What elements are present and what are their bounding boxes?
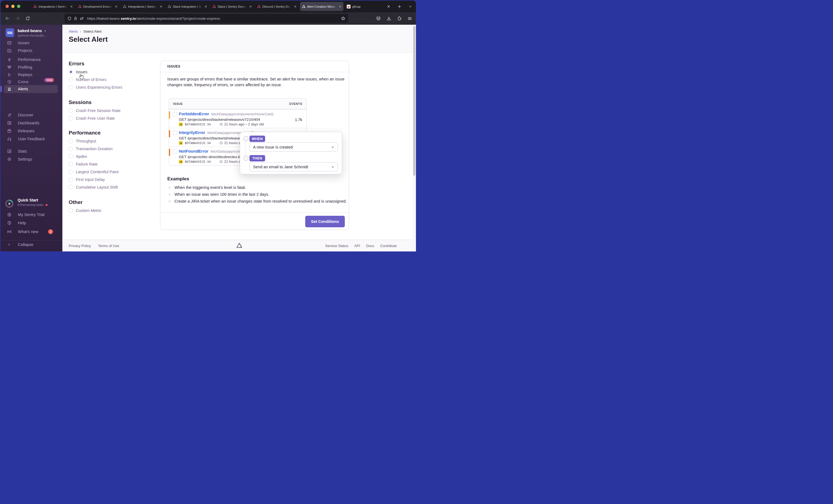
radio-option-failure-rate[interactable]: Failure Rate xyxy=(69,162,97,166)
sidebar-item-whats-new[interactable]: What's new xyxy=(1,228,62,235)
radio-option-users-experiencing-errors[interactable]: Users Experiencing Errors xyxy=(69,85,122,90)
radio-option-transaction-duration[interactable]: Transaction Duration xyxy=(69,147,113,151)
tab-development-environment[interactable]: Development Enviro ✕ xyxy=(76,2,120,11)
sidebar-item-dashboards[interactable]: Dashboards xyxy=(1,119,62,127)
radio-icon[interactable] xyxy=(69,77,73,82)
issue-checkbox[interactable] xyxy=(173,112,177,117)
close-tab-icon[interactable] xyxy=(387,5,390,8)
tab-discord-docs[interactable]: Discord | Sentry Do ✕ xyxy=(255,2,299,11)
radio-icon[interactable] xyxy=(69,177,73,182)
radio-option-apdex[interactable]: Apdex xyxy=(69,154,87,159)
downloads-icon[interactable] xyxy=(386,16,391,21)
tab-close-icon[interactable]: ✕ xyxy=(339,5,341,8)
help-icon xyxy=(7,221,11,225)
sidebar-item-replays[interactable]: Replays xyxy=(1,71,62,78)
org-switcher[interactable]: baked-beans xyxy=(18,29,47,33)
tab-alert-creation-wizard[interactable]: Alert Creation Wizar ✕ xyxy=(300,2,343,11)
service-status-link[interactable]: Service Status xyxy=(325,244,348,248)
quick-start-title[interactable]: Quick Start xyxy=(18,198,38,202)
issue-project-slug: BOTANAVOICE-34 xyxy=(185,123,211,126)
radio-icon[interactable] xyxy=(69,185,73,190)
radio-option-first-input-delay[interactable]: First Input Delay xyxy=(69,177,105,182)
org-avatar[interactable]: BB xyxy=(5,28,14,37)
radio-icon[interactable] xyxy=(69,170,73,174)
radio-icon[interactable] xyxy=(69,147,73,151)
privacy-policy-link[interactable]: Privacy Policy xyxy=(69,244,91,248)
radio-icon[interactable] xyxy=(69,139,73,143)
radio-selected-icon[interactable] xyxy=(69,70,73,74)
sidebar-item-settings[interactable]: Settings xyxy=(1,155,62,163)
tab-close-icon[interactable]: ✕ xyxy=(294,5,297,8)
zoom-window-button[interactable] xyxy=(17,5,20,8)
radio-icon[interactable] xyxy=(69,162,73,166)
tab-slack-docs[interactable]: Slack | Sentry Docu ✕ xyxy=(211,2,254,11)
radio-option-issues[interactable]: Issues xyxy=(69,70,87,74)
sidebar-item-stats[interactable]: Stats xyxy=(1,147,62,155)
sidebar-item-discover[interactable]: Discover xyxy=(1,111,62,119)
issue-row[interactable]: ForbiddenErrorfetchData(app/components/H… xyxy=(169,109,306,128)
tab-gifcap[interactable]: gc gifcap xyxy=(345,2,371,11)
menu-hamburger-icon[interactable] xyxy=(407,16,412,21)
tab-integrations-2[interactable]: Integrations | Sentry ✕ xyxy=(121,2,164,11)
issue-name-link[interactable]: ForbiddenErrorfetchData(app/components/H… xyxy=(179,111,273,116)
permissions-icon[interactable] xyxy=(80,17,84,21)
radio-icon[interactable] xyxy=(69,116,73,121)
api-link[interactable]: API xyxy=(354,244,360,248)
when-condition-select[interactable]: A new issue is created xyxy=(249,143,338,152)
docs-link[interactable]: Docs xyxy=(366,244,374,248)
new-tab-button[interactable] xyxy=(398,5,401,8)
sidebar-item-performance[interactable]: Performance xyxy=(1,56,62,64)
sidebar-item-my-sentry-trial[interactable]: My Sentry Trial xyxy=(1,211,62,219)
lock-icon[interactable] xyxy=(74,17,77,20)
radio-option-throughput[interactable]: Throughput xyxy=(69,139,96,143)
tab-close-icon[interactable]: ✕ xyxy=(70,5,73,8)
sidebar-item-issues[interactable]: Issues xyxy=(1,39,62,47)
shield-icon[interactable] xyxy=(67,17,71,21)
minimize-window-button[interactable] xyxy=(11,5,15,8)
tab-close-icon[interactable]: ✕ xyxy=(160,5,162,8)
quick-start-progress-ring[interactable]: 8 xyxy=(5,200,14,208)
url-text[interactable]: https://baked-beans.sentry.io/alerts/nod… xyxy=(87,17,339,21)
issue-checkbox[interactable] xyxy=(173,149,177,154)
radio-option-largest-contentful-paint[interactable]: Largest Contentful Paint xyxy=(69,170,119,174)
sidebar-item-crons[interactable]: Crons beta xyxy=(1,78,62,86)
back-button[interactable] xyxy=(5,16,10,21)
tab-integrations-1[interactable]: Integrations | Sentry ✕ xyxy=(31,2,75,11)
radio-option-cumulative-layout-shift[interactable]: Cumulative Layout Shift xyxy=(69,185,118,190)
contribute-link[interactable]: Contribute xyxy=(380,244,397,248)
radio-option-number-of-errors[interactable]: Number of Errors xyxy=(69,77,106,82)
pocket-icon[interactable] xyxy=(376,16,381,21)
set-conditions-button[interactable]: Set Conditions xyxy=(305,216,345,227)
radio-icon[interactable] xyxy=(69,208,73,213)
extensions-puzzle-icon[interactable] xyxy=(397,16,402,21)
list-all-tabs-icon[interactable] xyxy=(408,5,412,8)
sidebar-item-user-feedback[interactable]: User Feedback xyxy=(1,135,62,143)
radio-option-custom-metric[interactable]: Custom Metric xyxy=(69,208,101,213)
radio-icon[interactable] xyxy=(69,154,73,159)
sidebar-item-releases[interactable]: Releases xyxy=(1,127,62,135)
issue-checkbox[interactable] xyxy=(173,131,177,135)
radio-icon[interactable] xyxy=(69,108,73,113)
sidebar-item-profiling[interactable]: Profiling xyxy=(1,64,62,71)
scrollbar-thumb[interactable] xyxy=(413,26,415,176)
reload-button[interactable] xyxy=(25,16,30,21)
then-action-select[interactable]: Send an email to Jane Schmidt xyxy=(249,162,338,171)
breadcrumb-alerts-link[interactable]: Alerts xyxy=(69,29,78,33)
radio-icon[interactable] xyxy=(69,85,73,90)
tab-close-icon[interactable]: ✕ xyxy=(249,5,252,8)
radio-option-crash-free-user-rate[interactable]: Crash Free User Rate xyxy=(69,116,115,121)
tab-close-icon[interactable]: ✕ xyxy=(205,5,207,8)
close-window-button[interactable] xyxy=(5,5,9,8)
sidebar-item-projects[interactable]: Projects xyxy=(1,47,62,54)
tab-slack-integration[interactable]: Slack Integration | S ✕ xyxy=(166,2,209,11)
forward-button[interactable] xyxy=(15,16,20,21)
sidebar-collapse-button[interactable]: Collapse xyxy=(1,241,62,248)
bookmark-star-icon[interactable] xyxy=(341,16,346,21)
radio-option-crash-free-session-rate[interactable]: Crash Free Session Rate xyxy=(69,108,121,113)
url-bar[interactable]: https://baked-beans.sentry.io/alerts/nod… xyxy=(65,14,348,23)
sidebar-item-help[interactable]: Help xyxy=(1,219,62,227)
scrollbar-track[interactable] xyxy=(413,25,416,251)
sidebar-item-alerts[interactable]: Alerts xyxy=(1,85,62,93)
tab-close-icon[interactable]: ✕ xyxy=(115,5,118,8)
terms-of-use-link[interactable]: Terms of Use xyxy=(98,244,119,248)
